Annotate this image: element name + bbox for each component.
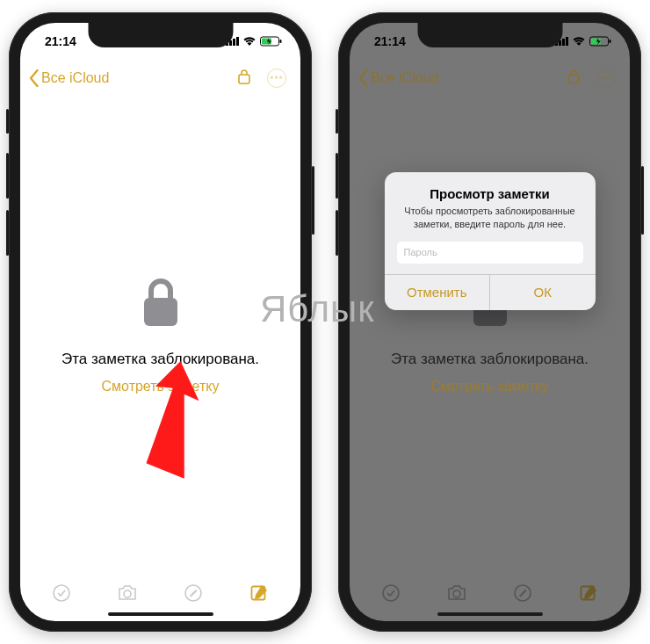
nav-bar: Все iCloud •••	[350, 60, 630, 97]
back-label: Все iCloud	[41, 70, 109, 86]
battery-charging-icon	[589, 36, 612, 47]
locked-message: Эта заметка заблокирована.	[391, 351, 589, 368]
back-button[interactable]: Все iCloud	[29, 69, 109, 87]
svg-point-6	[124, 590, 131, 597]
volume-up-button	[6, 153, 9, 199]
more-options-icon[interactable]: •••	[596, 69, 616, 88]
svg-rect-11	[610, 40, 611, 43]
svg-rect-4	[144, 298, 177, 326]
back-button[interactable]: Все iCloud	[358, 69, 438, 87]
svg-rect-3	[239, 75, 249, 83]
dialog-title: Просмотр заметки	[397, 186, 583, 201]
status-time: 21:14	[45, 34, 76, 48]
svg-point-15	[383, 585, 399, 601]
svg-point-16	[453, 590, 460, 597]
side-button	[312, 166, 314, 235]
svg-point-5	[54, 585, 69, 601]
nav-bar: Все iCloud •••	[20, 60, 300, 97]
big-lock-icon	[139, 275, 183, 335]
locked-note-content: Эта заметка заблокирована. Смотреть заме…	[350, 97, 630, 572]
side-button	[641, 166, 644, 235]
status-time: 21:14	[374, 34, 406, 48]
locked-note-content: Эта заметка заблокирована. Смотреть заме…	[20, 97, 300, 572]
password-input[interactable]	[397, 242, 583, 264]
home-indicator[interactable]	[108, 612, 213, 616]
camera-icon[interactable]	[445, 582, 468, 604]
wifi-icon	[242, 36, 256, 47]
volume-down-button	[6, 210, 9, 256]
svg-rect-13	[568, 75, 579, 83]
battery-charging-icon	[260, 36, 283, 47]
lock-icon[interactable]	[567, 68, 581, 89]
home-indicator[interactable]	[437, 612, 543, 616]
view-note-link[interactable]: Смотреть заметку	[102, 379, 220, 394]
view-note-link[interactable]: Смотреть заметку	[431, 379, 549, 394]
svg-rect-1	[280, 40, 282, 43]
notch	[417, 23, 562, 47]
notch	[88, 23, 233, 47]
silent-switch	[336, 109, 338, 134]
ok-button[interactable]: ОК	[489, 275, 596, 310]
chevron-left-icon	[29, 69, 40, 87]
wifi-icon	[572, 36, 586, 47]
volume-up-button	[336, 153, 338, 199]
volume-down-button	[336, 210, 338, 256]
phone-mockup-left: 21:14 Все iCloud	[9, 12, 312, 632]
chevron-left-icon	[358, 69, 369, 87]
locked-message: Эта заметка заблокирована.	[61, 351, 259, 368]
draw-icon[interactable]	[511, 582, 534, 604]
more-options-icon[interactable]: •••	[267, 69, 286, 88]
dialog-description: Чтобы просмотреть заблокированные заметк…	[397, 205, 583, 231]
lock-icon[interactable]	[237, 68, 251, 89]
camera-icon[interactable]	[116, 582, 139, 604]
compose-icon[interactable]	[248, 582, 271, 604]
compose-icon[interactable]	[577, 582, 600, 604]
cancel-button[interactable]: Отменить	[385, 275, 490, 310]
checklist-icon[interactable]	[50, 582, 73, 604]
draw-icon[interactable]	[182, 582, 205, 604]
silent-switch	[6, 109, 9, 134]
phone-mockup-right: 21:14 Все iCloud	[338, 12, 641, 632]
password-dialog: Просмотр заметки Чтобы просмотреть забло…	[385, 172, 596, 310]
checklist-icon[interactable]	[379, 582, 402, 604]
back-label: Все iCloud	[371, 70, 438, 86]
